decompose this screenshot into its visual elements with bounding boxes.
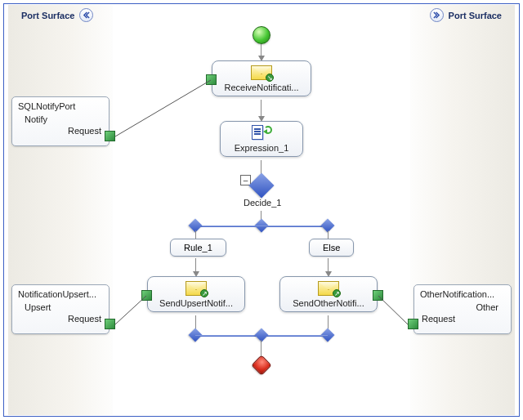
port-message: Request	[420, 314, 505, 324]
rule-label: Rule_1	[184, 243, 212, 252]
port-operation: Other	[420, 302, 505, 312]
connector-line	[328, 230, 329, 239]
else-label: Else	[323, 243, 340, 252]
connector-line	[195, 230, 196, 239]
port-operation: Upsert	[18, 302, 103, 312]
branch-bar	[195, 226, 328, 227]
end-shape[interactable]	[251, 355, 271, 375]
send-other-shape[interactable]: ↗ SendOtherNotifi...	[279, 276, 378, 312]
decide-shape[interactable]	[248, 172, 274, 198]
port-connector-icon[interactable]	[105, 131, 115, 141]
decide-label: Decide_1	[244, 198, 281, 208]
branch-diamond-icon	[255, 328, 269, 342]
collapse-left-icon[interactable]	[79, 8, 93, 22]
connector-line	[261, 340, 262, 356]
expression-icon	[251, 125, 272, 141]
port-message: Request	[18, 126, 103, 136]
shape-label: Expression_1	[235, 143, 289, 153]
send-upsert-shape[interactable]: ↗ SendUpsertNotif...	[147, 276, 245, 312]
port-operation: Notify	[18, 114, 103, 124]
envelope-receive-icon: ↘	[251, 65, 272, 81]
port-surface-right-bg	[410, 5, 515, 415]
port-notificationupsert[interactable]: NotificationUpsert... Upsert Request	[11, 284, 110, 334]
collapse-right-icon[interactable]	[430, 8, 444, 22]
port-surface-left-label: Port Surface	[21, 11, 74, 20]
shape-label: SendUpsertNotif...	[159, 298, 233, 308]
envelope-send-icon: ↗	[186, 280, 207, 297]
port-surface-right-label: Port Surface	[449, 11, 502, 20]
envelope-send-icon: ↗	[318, 280, 339, 297]
start-shape[interactable]	[253, 26, 270, 44]
expression-shape[interactable]: Expression_1	[220, 121, 303, 157]
else-branch-box[interactable]: Else	[309, 239, 354, 257]
port-connector-icon[interactable]	[105, 319, 115, 329]
port-surface-right-header: Port Surface	[430, 8, 502, 22]
shape-port-connector-icon[interactable]	[141, 290, 152, 301]
shape-port-connector-icon[interactable]	[373, 290, 383, 301]
port-surface-left-header: Port Surface	[21, 8, 93, 22]
port-sqlnotify[interactable]: SQLNotifyPort Notify Request	[11, 96, 110, 146]
port-surface-left-bg	[8, 5, 113, 415]
port-title: SQLNotifyPort	[18, 101, 103, 111]
port-othernotification[interactable]: OtherNotification... Other Request	[413, 284, 512, 334]
shape-label: SendOtherNotifi...	[293, 298, 364, 308]
svg-line-0	[115, 80, 211, 136]
port-title: OtherNotification...	[420, 289, 505, 299]
port-message: Request	[18, 314, 103, 324]
receive-shape[interactable]: ↘ ReceiveNotificati...	[212, 60, 311, 96]
port-connector-icon[interactable]	[408, 319, 418, 329]
orchestration-canvas[interactable]: Port Surface Port Surface SQLNotifyPort …	[0, 0, 523, 420]
rule-branch-box[interactable]: Rule_1	[170, 239, 226, 257]
connector-line	[261, 100, 262, 118]
shape-port-connector-icon[interactable]	[206, 74, 217, 85]
shape-label: ReceiveNotificati...	[224, 83, 298, 92]
port-title: NotificationUpsert...	[18, 289, 103, 299]
